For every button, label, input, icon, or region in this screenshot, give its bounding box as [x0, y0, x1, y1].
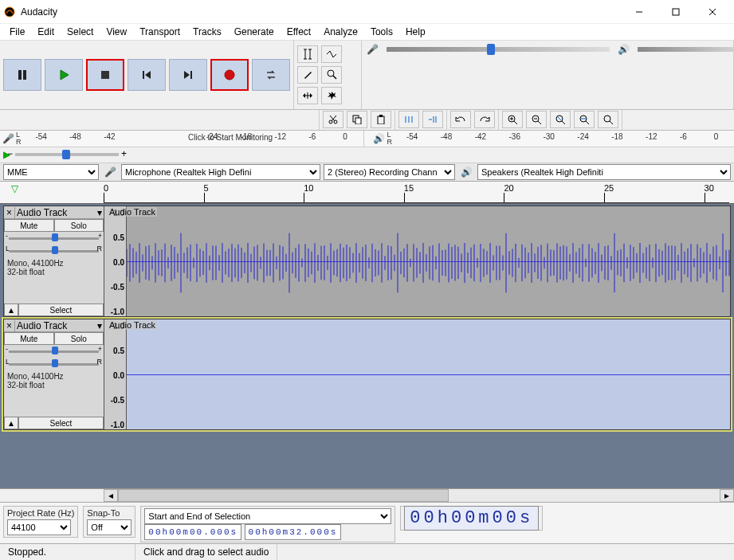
pan-slider[interactable]: LR [4, 245, 104, 257]
horizontal-scrollbar[interactable]: ◂ ▸ [0, 488, 734, 502]
pause-button[interactable] [3, 59, 41, 91]
snap-to-select[interactable]: Off [87, 519, 131, 535]
menu-view[interactable]: View [100, 25, 133, 39]
fit-project-button[interactable] [574, 111, 595, 128]
solo-button[interactable]: Solo [54, 332, 104, 345]
selection-tool[interactable] [297, 45, 318, 63]
timeshift-tool[interactable] [297, 87, 318, 104]
record-button[interactable] [210, 59, 249, 91]
svg-marker-23 [303, 93, 305, 98]
track-close-button[interactable]: × [4, 207, 15, 218]
track-menu-button[interactable]: Audio Track▾ [15, 207, 104, 218]
skip-start-button[interactable] [128, 59, 166, 91]
stop-button[interactable] [86, 59, 124, 91]
y-tick: 0.5 [113, 233, 124, 242]
fit-selection-button[interactable] [550, 111, 571, 128]
menu-generate[interactable]: Generate [228, 25, 281, 39]
play-button[interactable] [45, 59, 83, 91]
playback-speed-slider[interactable]: −+ [15, 153, 119, 156]
selection-start-time[interactable]: 00h00m00.000s [144, 524, 241, 540]
audio-position-time[interactable]: 00h00m00s [404, 506, 539, 531]
zoom-tool[interactable] [321, 66, 342, 84]
minimize-button[interactable] [621, 0, 657, 24]
menu-analyze[interactable]: Analyze [317, 25, 364, 39]
zoom-toggle-button[interactable] [598, 111, 618, 128]
speaker-icon: 🔊 [458, 166, 474, 178]
menu-tracks[interactable]: Tracks [186, 25, 228, 39]
menu-transport[interactable]: Transport [133, 25, 186, 39]
menu-tools[interactable]: Tools [364, 25, 399, 39]
waveform-display[interactable]: 1.00.50.0-0.5-1.0Audio Track [104, 206, 730, 316]
track[interactable]: ×Audio Track▾MuteSolo-+LRMono, 44100Hz32… [3, 319, 731, 430]
track-menu-button[interactable]: Audio Track▾ [15, 320, 104, 331]
paste-button[interactable] [371, 111, 391, 128]
envelope-tool[interactable] [321, 45, 342, 63]
track-collapse-button[interactable]: ▴ [4, 303, 18, 316]
timeline-ruler[interactable]: ▽ 051015202530 [0, 182, 734, 204]
meter-tick: 0 [714, 132, 719, 141]
scroll-right-button[interactable]: ▸ [720, 489, 734, 502]
skip-end-button[interactable] [169, 59, 207, 91]
menu-select[interactable]: Select [61, 25, 100, 39]
snap-to-group: Snap-To Off [83, 506, 135, 538]
solo-button[interactable]: Solo [54, 219, 104, 232]
scroll-left-button[interactable]: ◂ [104, 489, 118, 502]
maximize-button[interactable] [657, 0, 694, 24]
selection-toolbar: Project Rate (Hz) 44100 Snap-To Off Star… [0, 502, 734, 543]
recording-channels-select[interactable]: 2 (Stereo) Recording Chann [324, 164, 455, 180]
meter-tick: -48 [69, 132, 80, 141]
track-select-button[interactable]: Select [18, 417, 104, 429]
waveform-display[interactable]: 1.00.50.0-0.5-1.0Audio Track [104, 319, 730, 429]
empty-track-space[interactable] [0, 432, 734, 488]
zoom-in-button[interactable] [502, 111, 523, 128]
meter-tick: -42 [475, 132, 486, 141]
pinned-play-head-icon[interactable]: ▽ [11, 183, 18, 194]
menu-help[interactable]: Help [399, 25, 432, 39]
track-select-button[interactable]: Select [18, 303, 104, 316]
close-button[interactable] [694, 0, 731, 24]
status-bar: Stopped. Click and drag to select audio [0, 543, 734, 560]
trim-button[interactable] [398, 111, 419, 128]
ruler-label: 25 [604, 183, 614, 193]
snap-to-label: Snap-To [87, 508, 131, 518]
gain-slider[interactable]: -+ [4, 232, 104, 245]
y-tick: -0.5 [111, 283, 124, 292]
redo-button[interactable] [474, 111, 495, 128]
menu-edit[interactable]: Edit [31, 25, 61, 39]
loop-button[interactable] [252, 59, 290, 91]
cut-button[interactable] [323, 111, 343, 128]
selection-mode-select[interactable]: Start and End of Selection [144, 508, 391, 524]
record-meter-toolbar: 🎤 🔊 [362, 41, 734, 109]
svg-marker-11 [184, 71, 190, 79]
mute-button[interactable]: Mute [4, 219, 54, 232]
mute-button[interactable]: Mute [4, 332, 54, 345]
app-icon [3, 6, 16, 18]
copy-button[interactable] [347, 111, 367, 128]
menu-file[interactable]: File [3, 25, 31, 39]
svg-line-54 [610, 121, 613, 124]
play-at-speed-toolbar: ▶ −+ [0, 147, 734, 164]
menu-effect[interactable]: Effect [281, 25, 317, 39]
silence-button[interactable] [422, 111, 443, 128]
gain-slider[interactable]: -+ [4, 345, 104, 358]
record-volume-slider[interactable] [387, 47, 610, 52]
track-collapse-button[interactable]: ▴ [4, 417, 18, 429]
multi-tool[interactable] [321, 87, 342, 104]
recording-meter[interactable]: 🎤 LR Click to Start Monitoring-54-48-42-… [0, 131, 734, 147]
microphone-icon: 🎤 [102, 166, 118, 178]
playback-device-select[interactable]: Speakers (Realtek High Definiti [477, 164, 731, 180]
audio-host-select[interactable]: MME [3, 164, 99, 180]
track-close-button[interactable]: × [4, 320, 15, 331]
pan-slider[interactable]: LR [4, 358, 104, 370]
undo-button[interactable] [450, 111, 471, 128]
track[interactable]: ×Audio Track▾MuteSolo-+LRMono, 44100Hz32… [3, 206, 731, 317]
scrollbar-thumb[interactable] [118, 489, 449, 502]
selection-end-time[interactable]: 00h00m32.000s [245, 524, 342, 540]
playback-volume-slider[interactable] [638, 47, 734, 52]
zoom-out-button[interactable] [526, 111, 547, 128]
track-control-panel: ×Audio Track▾MuteSolo-+LRMono, 44100Hz32… [4, 206, 104, 316]
recording-device-select[interactable]: Microphone (Realtek High Defini [121, 164, 320, 180]
draw-tool[interactable] [297, 66, 318, 84]
project-rate-select[interactable]: 44100 [7, 519, 71, 535]
meter-tick: -36 [509, 132, 520, 141]
